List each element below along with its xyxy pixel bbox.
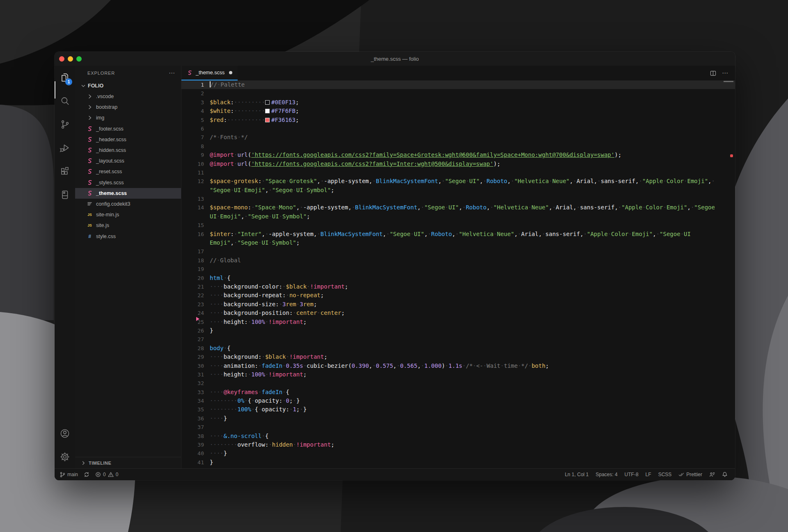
line-number[interactable]: 41: [181, 458, 210, 467]
tree-item[interactable]: _hidden.scss: [75, 145, 181, 156]
cursor-position-status[interactable]: Ln 1, Col 1: [565, 472, 589, 477]
code-line[interactable]: 19: [181, 265, 735, 273]
line-number[interactable]: 11: [181, 168, 210, 177]
line-number[interactable]: 21: [181, 282, 210, 291]
line-number[interactable]: 16: [181, 230, 210, 238]
code-line[interactable]: 12$space-grotesk:·"Space·Grotesk",·-appl…: [181, 177, 735, 186]
line-number[interactable]: [181, 186, 210, 195]
code-line[interactable]: 38····&.no-scroll·{: [181, 432, 735, 440]
code-line[interactable]: 4$white:·········#F7F6FB;: [181, 107, 735, 115]
line-number[interactable]: 1: [181, 80, 210, 89]
tree-item[interactable]: _styles.scss: [75, 177, 181, 188]
codekit-view-button[interactable]: [55, 183, 75, 206]
code-line[interactable]: 41}: [181, 458, 735, 467]
tree-item[interactable]: JSsite.js: [75, 220, 181, 231]
code-line[interactable]: 10@import·url('https://fonts.googleapis.…: [181, 160, 735, 168]
eol-status[interactable]: LF: [646, 472, 651, 477]
encoding-status[interactable]: UTF-8: [625, 472, 639, 477]
run-debug-view-button[interactable]: [55, 136, 75, 159]
tree-item[interactable]: _header.scss: [75, 134, 181, 145]
tree-item[interactable]: img: [75, 112, 181, 123]
code-line[interactable]: 8: [181, 142, 735, 151]
code-line[interactable]: 6: [181, 124, 735, 133]
code-line[interactable]: 7/*·Fonts·*/: [181, 133, 735, 142]
line-number[interactable]: 39: [181, 440, 210, 449]
line-number[interactable]: 31: [181, 370, 210, 379]
code-line[interactable]: 1//·Palette: [181, 80, 735, 89]
code-line[interactable]: 16$inter:·"Inter",·-apple-system,·BlinkM…: [181, 230, 735, 238]
code-line[interactable]: 36····}: [181, 414, 735, 423]
code-line[interactable]: 33····@keyframes·fadeIn·{: [181, 388, 735, 397]
line-number[interactable]: 28: [181, 344, 210, 353]
line-number[interactable]: 22: [181, 291, 210, 300]
line-number[interactable]: 15: [181, 221, 210, 229]
code-line[interactable]: 21····background-color:·$black·!importan…: [181, 282, 735, 291]
modified-dot-icon[interactable]: [229, 71, 232, 74]
line-number[interactable]: 24: [181, 309, 210, 317]
code-line[interactable]: 11: [181, 168, 735, 177]
code-line[interactable]: 34········0%·{·opacity:·0;·}: [181, 397, 735, 405]
line-number[interactable]: 20: [181, 274, 210, 282]
tree-item[interactable]: _layout.scss: [75, 156, 181, 166]
tree-item[interactable]: .vscode: [75, 91, 181, 102]
line-number[interactable]: 36: [181, 414, 210, 423]
language-mode-status[interactable]: SCSS: [658, 472, 672, 477]
search-view-button[interactable]: [55, 89, 75, 112]
line-number[interactable]: 34: [181, 397, 210, 405]
code-line[interactable]: 9@import·url('https://fonts.googleapis.c…: [181, 151, 735, 159]
account-button[interactable]: [55, 422, 75, 445]
line-number[interactable]: 29: [181, 353, 210, 361]
code-line[interactable]: 40····}: [181, 449, 735, 458]
line-number[interactable]: 19: [181, 265, 210, 273]
source-control-view-button[interactable]: [55, 112, 75, 136]
code-line[interactable]: 13: [181, 195, 735, 203]
code-line[interactable]: 28body·{: [181, 344, 735, 353]
line-number[interactable]: 14: [181, 203, 210, 212]
code-line[interactable]: UI·Emoji",·"Segoe·UI·Symbol";: [181, 212, 735, 221]
line-number[interactable]: 35: [181, 405, 210, 414]
line-number[interactable]: 9: [181, 151, 210, 159]
line-number[interactable]: 40: [181, 449, 210, 458]
line-number[interactable]: 17: [181, 247, 210, 256]
tree-item[interactable]: _reset.scss: [75, 166, 181, 177]
line-number[interactable]: 13: [181, 195, 210, 203]
tree-root-folio[interactable]: FOLIO: [75, 80, 181, 91]
settings-button[interactable]: [55, 445, 75, 468]
line-number[interactable]: 26: [181, 326, 210, 335]
code-line[interactable]: 18//·Global: [181, 256, 735, 265]
line-number[interactable]: 18: [181, 256, 210, 265]
timeline-section[interactable]: TIMELINE: [75, 457, 181, 468]
code-line[interactable]: 5$red:···········#F36163;: [181, 116, 735, 124]
code-line[interactable]: "Segoe·UI·Emoji",·"Segoe·UI·Symbol";: [181, 186, 735, 195]
tree-item[interactable]: _footer.scss: [75, 124, 181, 134]
sync-button[interactable]: [84, 472, 89, 477]
line-number[interactable]: 32: [181, 379, 210, 388]
tree-item[interactable]: JSsite-min.js: [75, 209, 181, 220]
tree-item[interactable]: _theme.scss: [75, 188, 181, 199]
extensions-view-button[interactable]: [55, 159, 75, 183]
explorer-more-actions-button[interactable]: ⋯: [169, 69, 175, 77]
git-branch-status[interactable]: main: [60, 472, 78, 477]
code-editor[interactable]: 1//·Palette23$black:·········#0E0F13;4$w…: [181, 80, 735, 468]
code-line[interactable]: 15: [181, 221, 735, 229]
line-number[interactable]: [181, 238, 210, 247]
code-line[interactable]: 26}: [181, 326, 735, 335]
code-line[interactable]: 27: [181, 335, 735, 344]
tree-item[interactable]: bootstrap: [75, 102, 181, 112]
line-number[interactable]: 6: [181, 124, 210, 133]
tab-theme-scss[interactable]: _theme.scss: [181, 66, 238, 80]
line-number[interactable]: [181, 212, 210, 221]
line-number[interactable]: 37: [181, 423, 210, 431]
code-line[interactable]: 23····background-size:·3rem·3rem;: [181, 300, 735, 309]
notifications-button[interactable]: [722, 472, 728, 477]
editor-more-actions-button[interactable]: ⋯: [722, 69, 728, 77]
code-line[interactable]: 3$black:·········#0E0F13;: [181, 98, 735, 107]
line-number[interactable]: 10: [181, 160, 210, 168]
line-number[interactable]: 7: [181, 133, 210, 142]
explorer-view-button[interactable]: 1: [55, 66, 75, 89]
tree-item[interactable]: #style.css: [75, 231, 181, 241]
code-line[interactable]: 30····animation:·fadeIn·0.35s·cubic-bezi…: [181, 362, 735, 370]
problems-status[interactable]: 0 0: [95, 472, 118, 477]
code-line[interactable]: 37: [181, 423, 735, 431]
line-number[interactable]: 3: [181, 98, 210, 107]
